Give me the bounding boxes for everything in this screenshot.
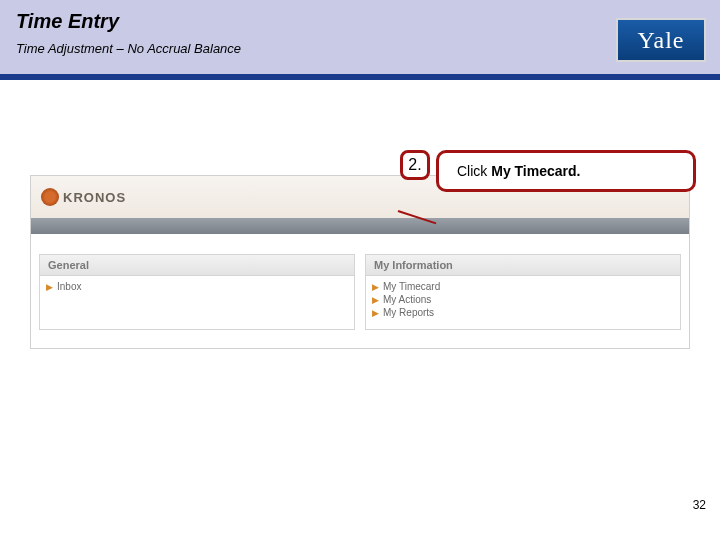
kronos-logo: KRONOS [41,188,126,206]
instruction-callout: 2. Click My Timecard. [400,150,696,192]
instruction-text-bold: My Timecard. [491,163,580,179]
page-title: Time Entry [16,10,704,33]
panel-general-title: General [40,255,354,276]
link-my-reports[interactable]: ▶ My Reports [372,306,674,319]
link-my-actions[interactable]: ▶ My Actions [372,293,674,306]
arrow-icon: ▶ [372,282,379,292]
link-my-timecard[interactable]: ▶ My Timecard [372,280,674,293]
arrow-icon: ▶ [372,308,379,318]
app-body: General ▶ Inbox My Information ▶ My Time… [31,234,689,348]
slide-header: Time Entry Time Adjustment – No Accrual … [0,0,720,80]
panel-myinfo-title: My Information [366,255,680,276]
panel-myinfo-body: ▶ My Timecard ▶ My Actions ▶ My Reports [366,276,680,329]
arrow-icon: ▶ [46,282,53,292]
page-number: 32 [693,498,706,512]
link-label: My Actions [383,294,431,305]
instruction-box: Click My Timecard. [436,150,696,192]
panel-my-information: My Information ▶ My Timecard ▶ My Action… [365,254,681,330]
kronos-brand-text: KRONOS [63,190,126,205]
kronos-screenshot: KRONOS General ▶ Inbox My Information ▶ [30,175,690,349]
link-label: Inbox [57,281,81,292]
step-number-badge: 2. [400,150,430,180]
slide-content: 2. Click My Timecard. KRONOS General ▶ I… [0,80,720,520]
arrow-icon: ▶ [372,295,379,305]
instruction-text-prefix: Click [457,163,491,179]
panel-general: General ▶ Inbox [39,254,355,330]
page-subtitle: Time Adjustment – No Accrual Balance [16,41,704,56]
yale-logo: Yale [616,18,706,62]
link-inbox[interactable]: ▶ Inbox [46,280,348,293]
link-label: My Reports [383,307,434,318]
panel-general-body: ▶ Inbox [40,276,354,303]
link-label: My Timecard [383,281,440,292]
gear-icon [41,188,59,206]
app-nav-bar [31,218,689,234]
